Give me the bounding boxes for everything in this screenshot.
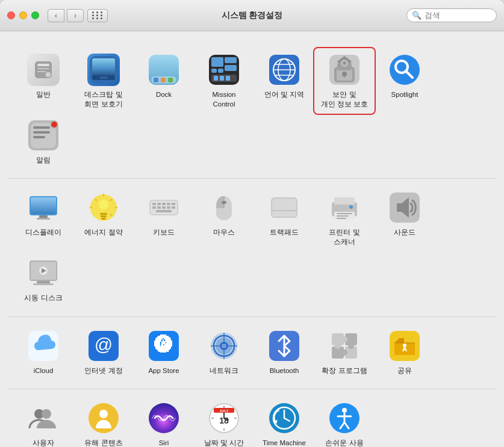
forward-button[interactable]: ›	[67, 9, 84, 22]
close-button[interactable]	[7, 11, 15, 19]
label-accessibility: 손쉬운 사용	[325, 438, 363, 447]
traffic-lights	[7, 11, 39, 19]
svg-rect-23	[214, 76, 218, 81]
svg-rect-65	[101, 218, 106, 220]
svg-rect-49	[33, 136, 45, 138]
label-mouse: 마우스	[213, 227, 235, 237]
svg-rect-9	[99, 76, 108, 79]
sidebar-item-dock[interactable]: Dock	[134, 48, 194, 104]
sidebar-item-internet[interactable]: @ 인터넷 계정	[73, 324, 134, 380]
svg-rect-13	[154, 78, 158, 82]
sidebar-item-language[interactable]: 언어 및 지역	[254, 48, 314, 104]
sidebar-item-timemachine[interactable]: Time Machine	[254, 396, 314, 447]
svg-rect-80	[222, 201, 226, 204]
label-keyboard: 키보드	[153, 227, 175, 237]
sidebar-item-icloud[interactable]: iCloud	[13, 324, 73, 380]
svg-rect-73	[152, 206, 156, 209]
icons-row-hardware: 디스플레이	[13, 186, 491, 307]
svg-rect-72	[172, 203, 175, 205]
back-button[interactable]: ‹	[48, 9, 64, 22]
svg-point-41	[343, 62, 346, 64]
svg-point-4	[45, 72, 51, 78]
svg-rect-24	[220, 76, 224, 81]
svg-rect-71	[167, 203, 170, 205]
sidebar-item-mouse[interactable]: 마우스	[194, 186, 254, 242]
sidebar-item-energy[interactable]: 에너지 절약	[73, 186, 134, 242]
minimize-button[interactable]	[19, 11, 27, 19]
label-icloud: iCloud	[34, 366, 54, 375]
svg-point-115	[341, 336, 347, 342]
sidebar-item-desktop[interactable]: 데스크탑 및회면 보호기	[73, 48, 134, 114]
svg-point-120	[403, 344, 406, 347]
svg-point-56	[99, 200, 108, 209]
svg-rect-69	[157, 203, 161, 205]
sidebar-item-parental[interactable]: 유해 콘텐츠차단	[73, 396, 134, 447]
icons-row-personal: 일반	[13, 48, 491, 170]
icons-row-system: 사용자및 그룹 유해 콘텐츠차단	[13, 396, 491, 447]
sidebar-item-startup[interactable]: 시동 디스크	[13, 251, 73, 307]
svg-rect-78	[156, 210, 172, 212]
sidebar-item-trackpad[interactable]: 트랙패드	[254, 186, 314, 242]
sidebar-item-accessibility[interactable]: 손쉬운 사용	[314, 396, 375, 447]
sidebar-item-siri[interactable]: Siri	[134, 396, 194, 447]
sidebar-item-sound[interactable]: 사운드	[375, 186, 435, 242]
sidebar-item-keyboard[interactable]: 키보드	[134, 186, 194, 242]
section-personal: 일반	[7, 41, 497, 179]
sidebar-item-bluetooth[interactable]: Bluetooth	[254, 324, 314, 380]
titlebar: ‹ › 시스템 환경설정 🔍	[0, 0, 504, 31]
section-system: 사용자및 그룹 유해 콘텐츠차단	[7, 389, 497, 447]
sidebar-item-extensions[interactable]: 확장 프로그램	[314, 324, 375, 380]
section-internet: iCloud @ 인터넷 계정 🅐	[7, 317, 497, 389]
sidebar-item-notifications[interactable]: 알림	[13, 114, 73, 170]
label-trackpad: 트랙패드	[270, 227, 299, 237]
label-energy: 에너지 절약	[84, 227, 122, 237]
label-startup: 시동 디스크	[24, 293, 62, 303]
sidebar-item-spotlight[interactable]: Spotlight	[375, 48, 435, 104]
sidebar-item-datetime[interactable]: JULY 18 날짜 및 시간	[194, 396, 254, 447]
window-title: 시스템 환경설정	[222, 10, 283, 21]
sidebar-item-printer[interactable]: 프린터 및스캐너	[314, 186, 375, 251]
sidebar-item-users[interactable]: 사용자및 그룹	[13, 396, 73, 447]
sidebar-item-network[interactable]: 네트워크	[194, 324, 254, 380]
label-general: 일반	[36, 90, 51, 99]
label-timemachine: Time Machine	[263, 438, 306, 447]
svg-rect-15	[168, 78, 173, 82]
svg-rect-77	[172, 206, 175, 209]
sidebar-item-sharing[interactable]: 공유	[375, 324, 435, 380]
label-bluetooth: Bluetooth	[270, 366, 299, 375]
svg-point-117	[348, 343, 354, 349]
svg-rect-74	[157, 206, 161, 209]
svg-point-124	[99, 410, 108, 418]
label-sharing: 공유	[397, 366, 412, 375]
search-input[interactable]	[425, 11, 491, 20]
svg-rect-53	[39, 215, 48, 218]
svg-point-142	[342, 408, 347, 413]
svg-rect-70	[162, 203, 166, 205]
search-icon: 🔍	[412, 11, 422, 20]
search-box[interactable]: 🔍	[406, 8, 497, 22]
grid-view-button[interactable]	[87, 9, 108, 22]
label-siri: Siri	[159, 438, 169, 447]
sidebar-item-display[interactable]: 디스플레이	[13, 186, 73, 242]
svg-rect-21	[218, 69, 223, 73]
label-language: 언어 및 지역	[264, 90, 304, 99]
sidebar-item-mission[interactable]: MissionControl	[194, 48, 254, 114]
label-appstore: App Store	[148, 366, 179, 375]
svg-rect-19	[225, 65, 237, 71]
sidebar-item-general[interactable]: 일반	[13, 48, 73, 104]
svg-point-42	[390, 55, 420, 85]
svg-rect-63	[100, 213, 107, 215]
svg-rect-52	[31, 197, 56, 214]
svg-rect-87	[337, 213, 352, 214]
maximize-button[interactable]	[31, 11, 39, 19]
label-dock: Dock	[156, 90, 172, 99]
label-parental: 유해 콘텐츠차단	[84, 438, 122, 447]
label-sound: 사운드	[394, 227, 415, 237]
label-extensions: 확장 프로그램	[322, 366, 367, 375]
svg-rect-14	[161, 78, 166, 82]
svg-rect-18	[225, 57, 237, 63]
svg-rect-25	[226, 76, 230, 81]
sidebar-item-security[interactable]: 보안 및개인 정보 보호	[314, 48, 375, 114]
sidebar-item-appstore[interactable]: 🅐 A App Store	[134, 324, 194, 380]
svg-text:@: @	[95, 334, 113, 354]
